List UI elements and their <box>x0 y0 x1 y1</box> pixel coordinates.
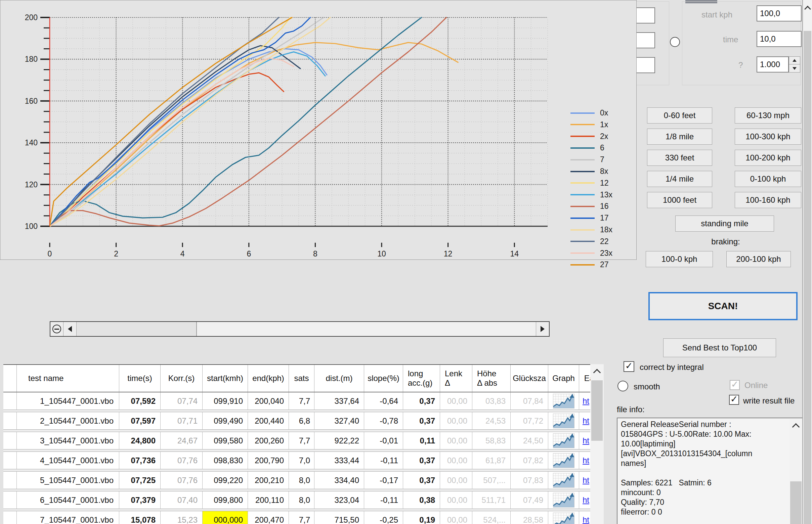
chart-horizontal-scrollbar[interactable] <box>50 321 550 337</box>
legend-label: 13x <box>600 190 612 199</box>
cell-sats: 7,0 <box>289 452 315 469</box>
cell-slope: -0,11 <box>364 452 403 469</box>
online-checkbox[interactable] <box>730 380 740 390</box>
metric-button-1-8-mile[interactable]: 1/8 mile <box>647 129 712 145</box>
result-link[interactable]: ht <box>583 515 589 524</box>
column-header-sats[interactable]: sats <box>289 365 315 392</box>
scroll-left-icon[interactable] <box>63 322 77 336</box>
graph-thumbnail-icon[interactable] <box>553 413 574 428</box>
table-row[interactable]: 1_105447_0001.vbo07,59207,74099,910200,0… <box>3 392 590 410</box>
smooth-radio[interactable] <box>618 381 628 391</box>
column-header-korr[interactable]: Korr.(s) <box>161 365 203 392</box>
time-input[interactable] <box>757 31 801 47</box>
column-header-time[interactable]: time(s) <box>119 365 161 392</box>
metric-button-0-60-feet[interactable]: 0-60 feet <box>647 108 712 124</box>
cell-graph[interactable] <box>548 491 579 509</box>
file-info-scrollbar-thumb[interactable] <box>790 481 801 524</box>
result-link[interactable]: ht <box>583 436 589 445</box>
cell-graph[interactable] <box>548 412 579 429</box>
column-header-name[interactable]: test name <box>17 365 119 392</box>
zoom-out-icon[interactable] <box>50 322 63 336</box>
cell-link[interactable]: ht <box>579 432 590 449</box>
column-header-glueck[interactable]: Glücksza <box>511 365 548 392</box>
cell-dist: 715,50 <box>315 511 364 524</box>
row-separator <box>3 469 590 472</box>
factor-spinner[interactable] <box>789 56 800 72</box>
cell-graph[interactable] <box>548 452 579 469</box>
column-header-slope[interactable]: slope(%) <box>364 365 403 392</box>
graph-thumbnail-icon[interactable] <box>553 493 574 508</box>
graph-thumbnail-icon[interactable] <box>553 433 574 448</box>
graph-thumbnail-icon[interactable] <box>553 453 574 468</box>
column-header-sel[interactable] <box>3 365 17 392</box>
window-scrollbar-thumb[interactable] <box>803 31 811 524</box>
factor-input[interactable] <box>757 56 789 72</box>
file-info-scrollbar[interactable] <box>790 419 802 524</box>
spinner-down-icon[interactable] <box>789 65 800 72</box>
metric-button-100-160-kph[interactable]: 100-160 kph <box>735 192 801 208</box>
column-header-acc[interactable]: long acc.(g) <box>403 365 440 392</box>
cell-link[interactable]: ht <box>579 412 590 429</box>
column-header-dist[interactable]: dist.(m) <box>315 365 364 392</box>
graph-thumbnail-icon[interactable] <box>553 512 574 524</box>
cell-link[interactable]: ht <box>579 392 590 410</box>
table-row[interactable]: 5_105447_0001.vbo07,72507,76099,220200,2… <box>3 472 590 489</box>
column-header-start[interactable]: start(kmh) <box>203 365 248 392</box>
metric-button-330-feet[interactable]: 330 feet <box>647 150 712 166</box>
scroll-right-icon[interactable] <box>536 322 549 336</box>
braking-200-100-button[interactable]: 200-100 kph <box>726 251 791 267</box>
column-header-lenk[interactable]: Lenk Δ <box>440 365 472 392</box>
spinner-up-icon[interactable] <box>789 57 800 64</box>
cell-link[interactable]: ht <box>579 452 590 469</box>
result-link[interactable]: ht <box>583 456 589 465</box>
cell-time: 24,800 <box>119 432 161 449</box>
column-header-end[interactable]: end(kph) <box>248 365 289 392</box>
cell-acc: 0,19 <box>403 511 440 524</box>
time-radio[interactable] <box>670 37 680 47</box>
braking-100-0-button[interactable]: 100-0 kph <box>646 251 713 267</box>
cell-link[interactable]: ht <box>579 472 590 489</box>
cell-link[interactable]: ht <box>579 511 590 524</box>
column-header-hoehe[interactable]: Höhe Δ abs <box>472 365 511 392</box>
correct-by-integral-checkbox[interactable] <box>623 361 634 372</box>
table-scroll-up-icon[interactable] <box>590 364 604 379</box>
metric-button-0-100-kph[interactable]: 0-100 kph <box>735 171 801 187</box>
window-scroll-up-icon[interactable] <box>803 1 812 15</box>
chart-scrollbar-thumb[interactable] <box>77 322 197 336</box>
table-row[interactable]: 7_105447_0001.vbo15,07815,23000,000200,4… <box>3 511 590 524</box>
column-header-link[interactable]: Ea <box>579 365 590 392</box>
graph-thumbnail-icon[interactable] <box>553 473 574 488</box>
result-link[interactable]: ht <box>583 495 589 505</box>
table-scrollbar[interactable] <box>590 364 604 524</box>
cell-graph[interactable] <box>548 472 579 489</box>
cell-graph[interactable] <box>548 392 579 410</box>
file-info-scroll-up-icon[interactable] <box>790 419 802 433</box>
column-header-graph[interactable]: Graph <box>548 365 579 392</box>
send-best-button[interactable]: Send Best to Top100 <box>663 338 776 357</box>
cell-sats: 8,0 <box>289 472 315 489</box>
metric-button-100-200-kph[interactable]: 100-200 kph <box>735 150 801 166</box>
table-scrollbar-thumb[interactable] <box>591 380 603 441</box>
metric-button-1-4-mile[interactable]: 1/4 mile <box>647 171 712 187</box>
cell-link[interactable]: ht <box>579 491 590 509</box>
result-link[interactable]: ht <box>583 476 589 485</box>
window-scrollbar[interactable] <box>803 0 812 524</box>
scan-button[interactable]: SCAN! <box>648 292 798 320</box>
result-link[interactable]: ht <box>583 396 589 406</box>
standing-mile-button[interactable]: standing mile <box>675 215 774 232</box>
metric-button-100-300-kph[interactable]: 100-300 kph <box>735 129 801 145</box>
table-row[interactable]: 6_105447_0001.vbo07,37907,40099,800200,1… <box>3 491 590 509</box>
cell-start: 099,580 <box>203 432 248 449</box>
table-row[interactable]: 4_105447_0001.vbo07,73607,76098,830200,7… <box>3 452 590 469</box>
legend-item: 1x <box>571 120 608 129</box>
graph-thumbnail-icon[interactable] <box>553 394 574 409</box>
table-row[interactable]: 3_105447_0001.vbo24,80024,67099,580200,2… <box>3 432 590 449</box>
result-link[interactable]: ht <box>583 416 589 426</box>
table-row[interactable]: 2_105447_0001.vbo07,59707,71099,490200,4… <box>3 412 590 429</box>
cell-graph[interactable] <box>548 511 579 524</box>
metric-button-60-130-mph[interactable]: 60-130 mph <box>735 108 801 124</box>
metric-button-1000-feet[interactable]: 1000 feet <box>647 192 712 208</box>
write-result-file-checkbox[interactable] <box>729 395 739 405</box>
cell-graph[interactable] <box>548 432 579 449</box>
start-kph2-input[interactable] <box>757 5 801 21</box>
